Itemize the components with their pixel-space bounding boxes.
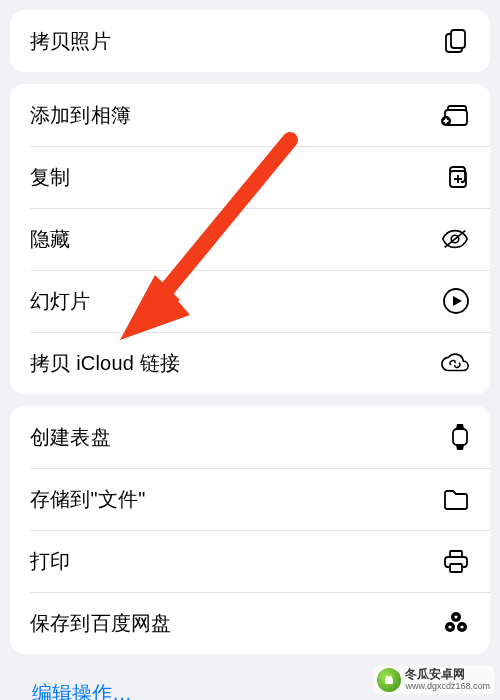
action-label: 隐藏 bbox=[30, 226, 70, 253]
action-label: 拷贝照片 bbox=[30, 28, 111, 55]
watermark-url: www.dgxcdz168.com bbox=[405, 682, 490, 692]
action-print[interactable]: 打印 bbox=[10, 530, 490, 592]
action-label: 打印 bbox=[30, 548, 70, 575]
action-label: 添加到相簿 bbox=[30, 102, 131, 129]
action-save-to-baidu[interactable]: 保存到百度网盘 bbox=[10, 592, 490, 654]
action-label: 幻灯片 bbox=[30, 288, 91, 315]
action-group: 拷贝照片 bbox=[10, 10, 490, 72]
hide-icon bbox=[440, 224, 470, 254]
svg-point-16 bbox=[460, 625, 463, 628]
action-slideshow[interactable]: 幻灯片 bbox=[10, 270, 490, 332]
action-add-to-album[interactable]: 添加到相簿 bbox=[10, 84, 490, 146]
duplicate-icon bbox=[440, 162, 470, 192]
action-label: 拷贝 iCloud 链接 bbox=[30, 350, 180, 377]
action-label: 存储到"文件" bbox=[30, 486, 146, 513]
watermark-name: 冬瓜安卓网 bbox=[405, 668, 490, 681]
watermark: 冬瓜安卓网 www.dgxcdz168.com bbox=[373, 666, 494, 694]
watermark-logo-icon bbox=[377, 668, 401, 692]
action-label: 创建表盘 bbox=[30, 424, 111, 451]
slideshow-play-icon bbox=[440, 286, 470, 316]
action-duplicate[interactable]: 复制 bbox=[10, 146, 490, 208]
action-label: 保存到百度网盘 bbox=[30, 610, 171, 637]
svg-point-15 bbox=[448, 625, 451, 628]
svg-rect-0 bbox=[451, 30, 465, 48]
copy-photo-icon bbox=[440, 26, 470, 56]
action-hide[interactable]: 隐藏 bbox=[10, 208, 490, 270]
action-copy-photo[interactable]: 拷贝照片 bbox=[10, 10, 490, 72]
svg-rect-9 bbox=[450, 551, 462, 557]
share-sheet: 拷贝照片 添加到相簿 复制 bbox=[0, 0, 500, 700]
action-copy-icloud-link[interactable]: 拷贝 iCloud 链接 bbox=[10, 332, 490, 394]
svg-rect-10 bbox=[450, 564, 462, 572]
svg-rect-23 bbox=[386, 677, 392, 679]
action-group: 添加到相簿 复制 隐藏 bbox=[10, 84, 490, 394]
action-save-to-files[interactable]: 存储到"文件" bbox=[10, 468, 490, 530]
print-icon bbox=[440, 546, 470, 576]
action-label: 复制 bbox=[30, 164, 70, 191]
icloud-link-icon bbox=[440, 348, 470, 378]
edit-actions-label: 编辑操作… bbox=[32, 682, 132, 700]
watch-face-icon bbox=[440, 422, 470, 452]
action-create-watch-face[interactable]: 创建表盘 bbox=[10, 406, 490, 468]
add-to-album-icon bbox=[440, 100, 470, 130]
svg-point-14 bbox=[454, 615, 457, 618]
action-group: 创建表盘 存储到"文件" 打印 bbox=[10, 406, 490, 654]
svg-rect-7 bbox=[453, 429, 467, 445]
save-to-files-icon bbox=[440, 484, 470, 514]
baidu-netdisk-icon bbox=[440, 608, 470, 638]
